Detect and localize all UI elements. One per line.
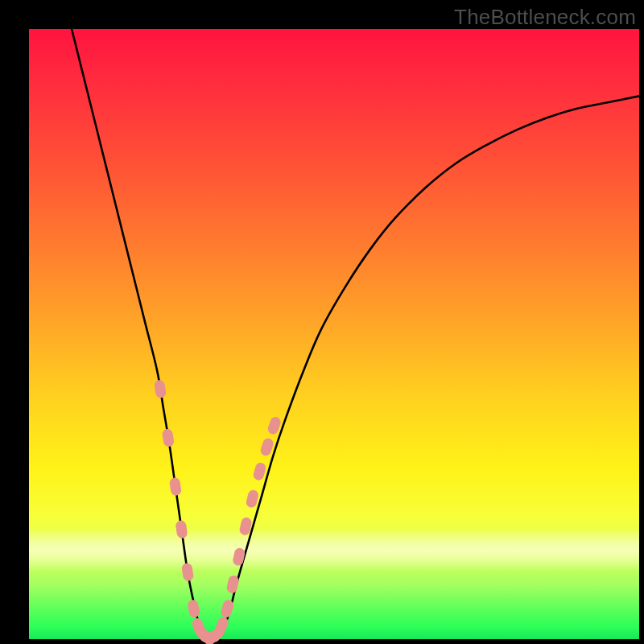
curve-bead — [238, 517, 253, 536]
curve-bead — [187, 599, 200, 618]
pale-band — [29, 528, 639, 572]
curve-bead — [220, 599, 234, 619]
curve-bead — [245, 489, 259, 509]
chart-frame: TheBottleneck.com — [0, 0, 644, 644]
curve-bead — [225, 575, 239, 594]
curve-bead — [193, 624, 213, 644]
curve-beads — [154, 379, 283, 644]
curve-bead — [259, 437, 275, 457]
curve-bead — [181, 563, 194, 582]
plot-area — [29, 29, 639, 639]
curve-bead — [213, 616, 229, 636]
curve-bead — [154, 379, 167, 398]
curve-bead — [232, 547, 246, 567]
curve-bead — [207, 624, 226, 644]
bottleneck-curve — [72, 29, 639, 639]
curve-bead — [202, 628, 223, 644]
curve-bead — [162, 428, 175, 448]
watermark-text: TheBottleneck.com — [454, 5, 636, 30]
curve-bead — [191, 617, 207, 637]
curve-layer — [29, 29, 639, 639]
curve-bead — [175, 520, 188, 539]
curve-bead — [252, 461, 266, 481]
curve-bead — [266, 415, 282, 436]
curve-bead — [197, 628, 217, 644]
curve-bead — [169, 477, 182, 497]
